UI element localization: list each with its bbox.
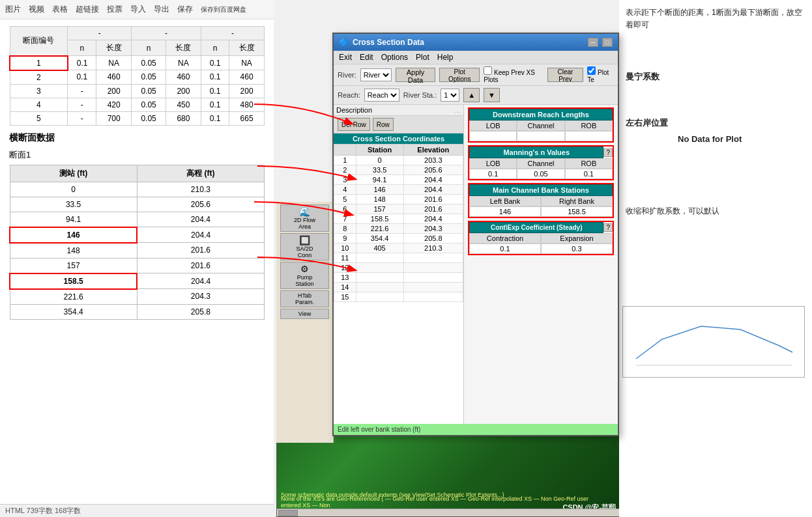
elev-157: 201.6: [137, 258, 264, 273]
toolbar-vote[interactable]: 投票: [107, 4, 123, 15]
menu-exit[interactable]: Exit: [339, 53, 352, 62]
apply-data-button[interactable]: Apply Data: [396, 68, 435, 82]
bank-left-val[interactable]: [469, 206, 541, 217]
maximize-button[interactable]: □: [602, 38, 613, 47]
station-146: 146: [10, 227, 137, 243]
coeff-headers: Contraction Expansion: [469, 233, 613, 244]
bank-right-val[interactable]: [541, 206, 613, 217]
toolbar-hyperlink[interactable]: 超链接: [76, 4, 99, 15]
table-row: 146 204.4: [10, 227, 265, 243]
station-0: 0: [10, 182, 137, 197]
col-group2: -: [132, 27, 201, 40]
minimize-button[interactable]: ─: [588, 38, 598, 47]
num-col-header: [334, 145, 356, 156]
coeff-contraction-input[interactable]: [472, 245, 538, 253]
elev-3544: 205.8: [137, 304, 264, 319]
no-data-text: No Data for Plot: [678, 133, 805, 147]
row4-id: 4: [10, 98, 68, 111]
annotation-mannings: 曼宁系数: [626, 70, 805, 84]
mn-channel-input[interactable]: [519, 170, 562, 178]
toolbar-import[interactable]: 导入: [130, 4, 146, 15]
xs-row-7: 7158.5204.4: [334, 214, 463, 224]
plot-te-checkbox[interactable]: [587, 66, 596, 75]
col-n2: n: [132, 40, 166, 56]
mannings-section: Manning's n Values ? LOB Channel ROB: [468, 145, 614, 180]
ds-channel-input[interactable]: [519, 132, 562, 140]
col-group1: -: [68, 27, 132, 40]
ds-rob-input[interactable]: [568, 132, 610, 140]
del-row-button[interactable]: Del Row: [338, 118, 370, 131]
menu-options[interactable]: Options: [381, 53, 408, 62]
mn-rob-val[interactable]: [565, 169, 613, 179]
row1-len3: NA: [229, 56, 265, 70]
mn-lob-input[interactable]: [472, 170, 514, 178]
menu-edit[interactable]: Edit: [360, 53, 373, 62]
river-sta-label: River Sta.:: [403, 91, 437, 99]
coeff-contraction-val[interactable]: [469, 244, 541, 254]
mn-lob-val[interactable]: [469, 169, 517, 179]
word-count-bar: HTML 739字数 168字数: [0, 504, 274, 517]
nav-down-button[interactable]: ▼: [484, 88, 500, 102]
menu-help[interactable]: Help: [437, 53, 454, 62]
toolbar-save-cloud[interactable]: 保存到百度网盘: [201, 5, 246, 14]
bank-right-input[interactable]: [544, 208, 610, 216]
ds-rob-val[interactable]: [565, 131, 613, 141]
toolbar-table[interactable]: 表格: [52, 4, 68, 15]
mn-rob-input[interactable]: [568, 170, 610, 178]
sidebar-2d-flow[interactable]: 🌊 2D FlowArea: [280, 204, 329, 232]
reach-dropdown[interactable]: Reach: [364, 89, 399, 102]
edit-bank-status: Edit left over bank station (ft): [334, 424, 618, 435]
xs-row-5: 5148201.6: [334, 195, 463, 204]
ds-lob-input[interactable]: [472, 132, 514, 140]
coeff-expansion-input[interactable]: [544, 245, 610, 253]
xs-row-11: 11: [334, 253, 463, 263]
clear-prev-button[interactable]: Clear Prev: [547, 68, 584, 82]
row1-n2: 0.05: [132, 56, 166, 70]
ds-channel-val[interactable]: [517, 131, 564, 141]
keep-prev-checkbox[interactable]: [484, 66, 492, 75]
horizontal-scrollbar[interactable]: [277, 509, 621, 516]
menu-plot[interactable]: Plot: [416, 53, 429, 62]
sidebar-view[interactable]: View: [280, 309, 329, 319]
toolbar-video[interactable]: 视频: [29, 4, 44, 15]
plot-svg: [623, 307, 805, 378]
row-button[interactable]: Row: [373, 118, 394, 131]
scrollbar-thumb[interactable]: [278, 510, 298, 516]
keep-prev-label: Keep Prev XS Plots: [484, 66, 543, 83]
2d-flow-label: 2D FlowArea: [283, 217, 326, 230]
river-sta-dropdown[interactable]: 1: [441, 89, 459, 102]
river-dropdown[interactable]: River: [360, 68, 392, 81]
col-elevation-header: 高程 (ft): [137, 165, 264, 182]
row5-id: 5: [10, 111, 68, 125]
table-row: 148 201.6: [10, 243, 265, 258]
bank-left-input[interactable]: [472, 208, 538, 216]
col-len1: 长度: [96, 40, 132, 56]
article-content: 断面编号 - - - n 长度 n 长度 n 长度 1 0.1: [0, 20, 274, 517]
xs-body: Description ... Del Row Row Cross Sectio…: [334, 105, 618, 424]
coeff-expansion-val[interactable]: [541, 244, 613, 254]
toolbar-images[interactable]: 图片: [5, 4, 21, 15]
bank-values: [469, 206, 613, 217]
toolbar-export[interactable]: 导出: [154, 4, 169, 15]
toolbar-save[interactable]: 保存: [177, 4, 193, 15]
xs-coords-title: Cross Section Coordinates: [334, 133, 463, 144]
xs-coords-table: Station Elevation 10203.3 233.5205.6 394…: [334, 144, 463, 302]
row1-len1: NA: [96, 56, 132, 70]
xs-row-3: 394.1204.4: [334, 175, 463, 185]
station-col-header: Station: [356, 145, 403, 156]
htab-label: HTabParam.: [283, 292, 326, 305]
mn-lob-header: LOB: [469, 158, 517, 169]
mn-channel-val[interactable]: [517, 169, 564, 179]
coeff-help-button[interactable]: ?: [603, 223, 613, 232]
sidebar-pump[interactable]: ⚙ PumpStation: [280, 262, 329, 289]
ds-lob-val[interactable]: [469, 131, 517, 141]
nav-up-button[interactable]: ▲: [463, 88, 480, 102]
xs-row-10: 10405210.3: [334, 244, 463, 253]
plot-options-button[interactable]: Plot Options: [439, 68, 480, 82]
elevation-col-header: Elevation: [403, 145, 463, 156]
sidebar-htab[interactable]: HTabParam.: [280, 290, 329, 307]
mannings-help-button[interactable]: ?: [603, 148, 613, 157]
description-dots: ...: [455, 106, 461, 114]
row3-id: 3: [10, 84, 68, 98]
sidebar-sa2d[interactable]: 🔲 SA/2DConn: [280, 233, 329, 260]
